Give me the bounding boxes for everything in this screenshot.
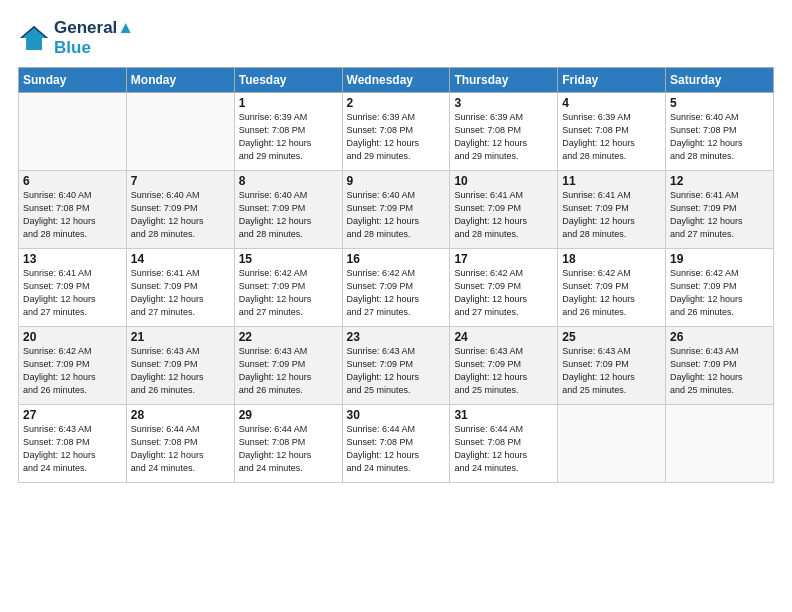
calendar-cell: 26Sunrise: 6:43 AM Sunset: 7:09 PM Dayli…: [666, 326, 774, 404]
day-info: Sunrise: 6:40 AM Sunset: 7:08 PM Dayligh…: [23, 189, 122, 241]
weekday-header-tuesday: Tuesday: [234, 67, 342, 92]
day-info: Sunrise: 6:42 AM Sunset: 7:09 PM Dayligh…: [23, 345, 122, 397]
calendar-cell: 18Sunrise: 6:42 AM Sunset: 7:09 PM Dayli…: [558, 248, 666, 326]
calendar-cell: [666, 404, 774, 482]
weekday-header-sunday: Sunday: [19, 67, 127, 92]
calendar-cell: [126, 92, 234, 170]
day-info: Sunrise: 6:39 AM Sunset: 7:08 PM Dayligh…: [239, 111, 338, 163]
day-number: 25: [562, 330, 661, 344]
day-number: 26: [670, 330, 769, 344]
calendar-cell: [558, 404, 666, 482]
calendar-cell: 30Sunrise: 6:44 AM Sunset: 7:08 PM Dayli…: [342, 404, 450, 482]
day-info: Sunrise: 6:39 AM Sunset: 7:08 PM Dayligh…: [347, 111, 446, 163]
day-number: 6: [23, 174, 122, 188]
svg-marker-1: [20, 26, 48, 50]
header: General▲ Blue: [18, 18, 774, 59]
calendar-cell: 4Sunrise: 6:39 AM Sunset: 7:08 PM Daylig…: [558, 92, 666, 170]
calendar-cell: 23Sunrise: 6:43 AM Sunset: 7:09 PM Dayli…: [342, 326, 450, 404]
calendar-cell: 1Sunrise: 6:39 AM Sunset: 7:08 PM Daylig…: [234, 92, 342, 170]
logo: General▲ Blue: [18, 18, 134, 59]
calendar-cell: 10Sunrise: 6:41 AM Sunset: 7:09 PM Dayli…: [450, 170, 558, 248]
day-number: 17: [454, 252, 553, 266]
logo-icon: [18, 24, 50, 52]
day-number: 29: [239, 408, 338, 422]
day-number: 15: [239, 252, 338, 266]
calendar-cell: 14Sunrise: 6:41 AM Sunset: 7:09 PM Dayli…: [126, 248, 234, 326]
calendar-cell: 5Sunrise: 6:40 AM Sunset: 7:08 PM Daylig…: [666, 92, 774, 170]
calendar-cell: 8Sunrise: 6:40 AM Sunset: 7:09 PM Daylig…: [234, 170, 342, 248]
day-info: Sunrise: 6:40 AM Sunset: 7:09 PM Dayligh…: [239, 189, 338, 241]
calendar-cell: 17Sunrise: 6:42 AM Sunset: 7:09 PM Dayli…: [450, 248, 558, 326]
calendar-cell: 6Sunrise: 6:40 AM Sunset: 7:08 PM Daylig…: [19, 170, 127, 248]
day-info: Sunrise: 6:41 AM Sunset: 7:09 PM Dayligh…: [131, 267, 230, 319]
calendar-cell: 9Sunrise: 6:40 AM Sunset: 7:09 PM Daylig…: [342, 170, 450, 248]
calendar-cell: 15Sunrise: 6:42 AM Sunset: 7:09 PM Dayli…: [234, 248, 342, 326]
calendar-cell: 22Sunrise: 6:43 AM Sunset: 7:09 PM Dayli…: [234, 326, 342, 404]
day-info: Sunrise: 6:39 AM Sunset: 7:08 PM Dayligh…: [562, 111, 661, 163]
calendar-cell: 28Sunrise: 6:44 AM Sunset: 7:08 PM Dayli…: [126, 404, 234, 482]
calendar-cell: 31Sunrise: 6:44 AM Sunset: 7:08 PM Dayli…: [450, 404, 558, 482]
weekday-header-saturday: Saturday: [666, 67, 774, 92]
day-info: Sunrise: 6:40 AM Sunset: 7:09 PM Dayligh…: [347, 189, 446, 241]
calendar-table: SundayMondayTuesdayWednesdayThursdayFrid…: [18, 67, 774, 483]
calendar-cell: 21Sunrise: 6:43 AM Sunset: 7:09 PM Dayli…: [126, 326, 234, 404]
day-info: Sunrise: 6:41 AM Sunset: 7:09 PM Dayligh…: [454, 189, 553, 241]
day-info: Sunrise: 6:43 AM Sunset: 7:09 PM Dayligh…: [670, 345, 769, 397]
weekday-header-thursday: Thursday: [450, 67, 558, 92]
weekday-header-monday: Monday: [126, 67, 234, 92]
day-number: 14: [131, 252, 230, 266]
day-number: 4: [562, 96, 661, 110]
day-number: 24: [454, 330, 553, 344]
day-info: Sunrise: 6:43 AM Sunset: 7:09 PM Dayligh…: [131, 345, 230, 397]
calendar-cell: 29Sunrise: 6:44 AM Sunset: 7:08 PM Dayli…: [234, 404, 342, 482]
day-info: Sunrise: 6:40 AM Sunset: 7:08 PM Dayligh…: [670, 111, 769, 163]
day-info: Sunrise: 6:43 AM Sunset: 7:09 PM Dayligh…: [454, 345, 553, 397]
day-number: 31: [454, 408, 553, 422]
day-number: 20: [23, 330, 122, 344]
calendar-week-row: 20Sunrise: 6:42 AM Sunset: 7:09 PM Dayli…: [19, 326, 774, 404]
day-info: Sunrise: 6:42 AM Sunset: 7:09 PM Dayligh…: [454, 267, 553, 319]
logo-text: General▲ Blue: [54, 18, 134, 59]
day-number: 22: [239, 330, 338, 344]
calendar-cell: 7Sunrise: 6:40 AM Sunset: 7:09 PM Daylig…: [126, 170, 234, 248]
day-info: Sunrise: 6:42 AM Sunset: 7:09 PM Dayligh…: [239, 267, 338, 319]
day-number: 12: [670, 174, 769, 188]
calendar-week-row: 27Sunrise: 6:43 AM Sunset: 7:08 PM Dayli…: [19, 404, 774, 482]
day-info: Sunrise: 6:43 AM Sunset: 7:09 PM Dayligh…: [239, 345, 338, 397]
calendar-cell: 3Sunrise: 6:39 AM Sunset: 7:08 PM Daylig…: [450, 92, 558, 170]
day-info: Sunrise: 6:39 AM Sunset: 7:08 PM Dayligh…: [454, 111, 553, 163]
day-number: 13: [23, 252, 122, 266]
day-number: 27: [23, 408, 122, 422]
calendar-week-row: 6Sunrise: 6:40 AM Sunset: 7:08 PM Daylig…: [19, 170, 774, 248]
day-number: 21: [131, 330, 230, 344]
day-info: Sunrise: 6:43 AM Sunset: 7:09 PM Dayligh…: [347, 345, 446, 397]
calendar-cell: 20Sunrise: 6:42 AM Sunset: 7:09 PM Dayli…: [19, 326, 127, 404]
calendar-week-row: 13Sunrise: 6:41 AM Sunset: 7:09 PM Dayli…: [19, 248, 774, 326]
day-info: Sunrise: 6:44 AM Sunset: 7:08 PM Dayligh…: [131, 423, 230, 475]
calendar-cell: 25Sunrise: 6:43 AM Sunset: 7:09 PM Dayli…: [558, 326, 666, 404]
day-number: 5: [670, 96, 769, 110]
calendar-cell: 27Sunrise: 6:43 AM Sunset: 7:08 PM Dayli…: [19, 404, 127, 482]
day-number: 30: [347, 408, 446, 422]
day-info: Sunrise: 6:41 AM Sunset: 7:09 PM Dayligh…: [23, 267, 122, 319]
day-number: 2: [347, 96, 446, 110]
day-info: Sunrise: 6:40 AM Sunset: 7:09 PM Dayligh…: [131, 189, 230, 241]
day-info: Sunrise: 6:44 AM Sunset: 7:08 PM Dayligh…: [454, 423, 553, 475]
calendar-cell: 24Sunrise: 6:43 AM Sunset: 7:09 PM Dayli…: [450, 326, 558, 404]
day-number: 10: [454, 174, 553, 188]
calendar-cell: 12Sunrise: 6:41 AM Sunset: 7:09 PM Dayli…: [666, 170, 774, 248]
day-number: 7: [131, 174, 230, 188]
day-info: Sunrise: 6:43 AM Sunset: 7:09 PM Dayligh…: [562, 345, 661, 397]
day-number: 16: [347, 252, 446, 266]
calendar-cell: 11Sunrise: 6:41 AM Sunset: 7:09 PM Dayli…: [558, 170, 666, 248]
calendar-week-row: 1Sunrise: 6:39 AM Sunset: 7:08 PM Daylig…: [19, 92, 774, 170]
day-info: Sunrise: 6:42 AM Sunset: 7:09 PM Dayligh…: [562, 267, 661, 319]
calendar-cell: 19Sunrise: 6:42 AM Sunset: 7:09 PM Dayli…: [666, 248, 774, 326]
day-number: 8: [239, 174, 338, 188]
day-info: Sunrise: 6:44 AM Sunset: 7:08 PM Dayligh…: [347, 423, 446, 475]
day-number: 19: [670, 252, 769, 266]
day-info: Sunrise: 6:41 AM Sunset: 7:09 PM Dayligh…: [562, 189, 661, 241]
weekday-header-wednesday: Wednesday: [342, 67, 450, 92]
day-number: 9: [347, 174, 446, 188]
day-number: 28: [131, 408, 230, 422]
